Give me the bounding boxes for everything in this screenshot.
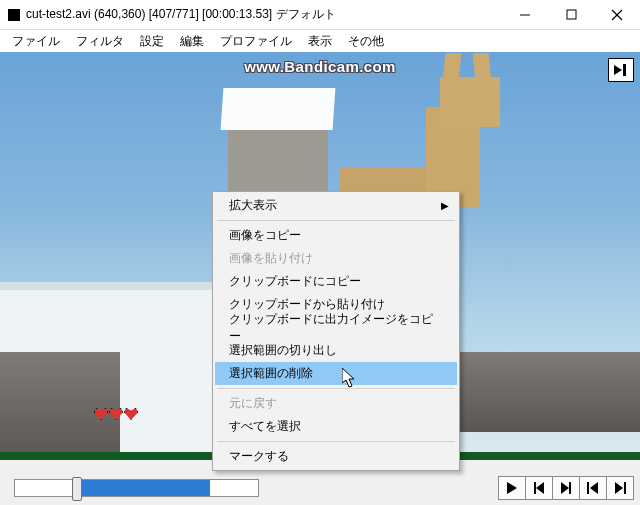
svg-marker-14: [615, 482, 623, 494]
ctx-mark[interactable]: マークする: [215, 445, 457, 468]
ctx-cut-selection[interactable]: 選択範囲の切り出し: [215, 339, 457, 362]
svg-marker-9: [536, 482, 544, 494]
window-title: cut-test2.avi (640,360) [407/771] [00:00…: [26, 6, 336, 23]
svg-marker-4: [614, 65, 622, 75]
close-button[interactable]: [594, 0, 640, 30]
menu-view[interactable]: 表示: [300, 31, 340, 52]
goto-start-button[interactable]: [579, 476, 607, 500]
ctx-separator: [217, 220, 455, 221]
svg-marker-13: [590, 482, 598, 494]
ctx-undo: 元に戻す: [215, 392, 457, 415]
menu-other[interactable]: その他: [340, 31, 392, 52]
context-menu: 拡大表示 ▶ 画像をコピー 画像を貼り付け クリップボードにコピー クリップボー…: [212, 191, 460, 471]
scene-cliff: [0, 352, 120, 452]
svg-rect-8: [534, 482, 536, 494]
svg-marker-7: [507, 482, 517, 494]
bottom-bar: [0, 470, 640, 505]
titlebar: cut-test2.avi (640,360) [407/771] [00:00…: [0, 0, 640, 30]
menu-file[interactable]: ファイル: [4, 31, 68, 52]
menubar: ファイル フィルタ 設定 編集 プロファイル 表示 その他: [0, 30, 640, 52]
minimize-button[interactable]: [502, 0, 548, 30]
step-forward-button[interactable]: [552, 476, 580, 500]
menu-filter[interactable]: フィルタ: [68, 31, 132, 52]
ctx-label: 拡大表示: [229, 197, 277, 214]
svg-marker-10: [561, 482, 569, 494]
ctx-separator: [217, 441, 455, 442]
svg-rect-15: [624, 482, 626, 494]
svg-rect-12: [587, 482, 589, 494]
ctx-copy-output-image[interactable]: クリップボードに出力イメージをコピー: [215, 316, 457, 339]
seek-selection: [75, 480, 210, 496]
watermark-text: www.Bandicam.com: [244, 58, 396, 75]
goto-end-button[interactable]: [606, 476, 634, 500]
step-back-button[interactable]: [525, 476, 553, 500]
svg-rect-11: [569, 482, 571, 494]
maximize-button[interactable]: [548, 0, 594, 30]
ctx-delete-selection[interactable]: 選択範囲の削除: [215, 362, 457, 385]
ctx-select-all[interactable]: すべてを選択: [215, 415, 457, 438]
seek-thumb[interactable]: [72, 477, 82, 501]
app-icon: [8, 9, 20, 21]
menu-profile[interactable]: プロファイル: [212, 31, 300, 52]
chevron-right-icon: ▶: [441, 200, 449, 211]
menu-settings[interactable]: 設定: [132, 31, 172, 52]
ctx-zoom[interactable]: 拡大表示 ▶: [215, 194, 457, 217]
jump-end-overlay-button[interactable]: [608, 58, 634, 82]
hud-hearts: [94, 408, 138, 420]
svg-rect-1: [567, 10, 576, 19]
ctx-separator: [217, 388, 455, 389]
ctx-copy-image[interactable]: 画像をコピー: [215, 224, 457, 247]
ctx-paste-image: 画像を貼り付け: [215, 247, 457, 270]
menu-edit[interactable]: 編集: [172, 31, 212, 52]
seek-slider[interactable]: [14, 479, 259, 497]
svg-rect-5: [623, 64, 626, 76]
transport-controls: [499, 476, 634, 500]
ctx-copy-clipboard[interactable]: クリップボードにコピー: [215, 270, 457, 293]
play-button[interactable]: [498, 476, 526, 500]
